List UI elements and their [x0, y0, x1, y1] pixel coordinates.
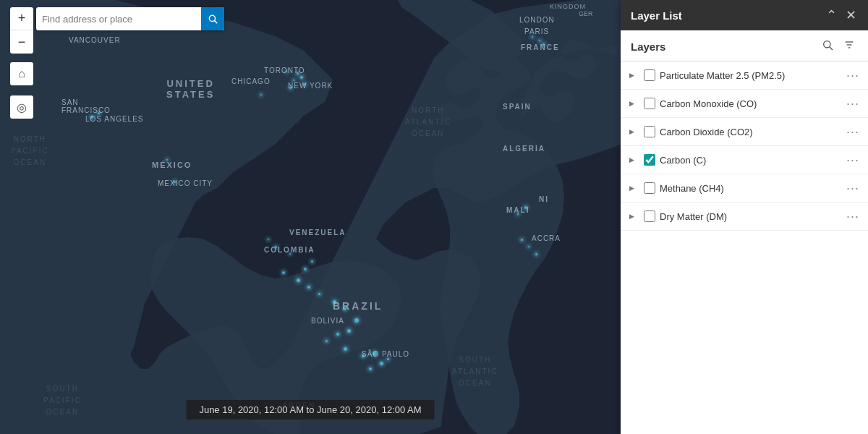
data-dot: [268, 239, 269, 240]
data-dot: [524, 206, 527, 209]
data-dot: [318, 293, 320, 295]
search-bar: [36, 7, 224, 30]
data-dot: [289, 87, 292, 89]
panel-header: Layer List ⌃ ✕: [621, 0, 868, 30]
data-dot: [542, 43, 545, 46]
map-controls: + −: [10, 7, 33, 54]
data-dot: [275, 246, 277, 248]
layer-name: Carbon (C): [660, 155, 842, 166]
layer-more-button[interactable]: ···: [846, 182, 859, 195]
filter-layers-button[interactable]: [841, 38, 858, 55]
search-input[interactable]: [36, 14, 201, 25]
layer-expand-button[interactable]: ▶: [629, 213, 639, 220]
svg-line-6: [830, 47, 833, 50]
layer-more-button[interactable]: ···: [846, 97, 859, 110]
data-dot: [380, 362, 383, 365]
data-dot: [289, 253, 291, 255]
layer-item: ▶Carbon (C)···: [621, 146, 868, 174]
data-dot: [521, 239, 523, 241]
layer-checkbox[interactable]: [644, 69, 655, 81]
layer-item: ▶Dry Matter (DM)···: [621, 203, 868, 231]
layer-checkbox[interactable]: [644, 154, 655, 166]
map-area[interactable]: KINGDOM GER + − ⌂ ◎ UNITEDSTATES MÉXICO …: [0, 0, 621, 434]
data-dot: [354, 318, 359, 323]
layer-checkbox[interactable]: [644, 210, 655, 222]
data-dot: [517, 213, 519, 215]
data-dot: [532, 36, 533, 38]
home-button[interactable]: ⌂: [10, 62, 33, 85]
layer-checkbox[interactable]: [644, 182, 655, 194]
layer-panel: Layer List ⌃ ✕ Layers: [621, 0, 868, 434]
layer-more-button[interactable]: ···: [846, 153, 859, 166]
data-dot: [297, 278, 300, 282]
data-dot: [174, 181, 176, 183]
layer-name: Carbon Dioxide (CO2): [660, 127, 842, 137]
data-dot: [282, 271, 285, 274]
data-dot: [293, 80, 294, 81]
layer-name: Carbon Monoxide (CO): [660, 98, 842, 109]
layer-name: Methane (CH4): [660, 183, 842, 194]
layer-item: ▶Methane (CH4)···: [621, 174, 868, 203]
layer-list: ▶Particulate Matter 2.5 (PM2.5)···▶Carbo…: [621, 61, 868, 434]
data-dot: [369, 367, 372, 370]
filter-layers-icon: [843, 39, 855, 51]
search-button[interactable]: [201, 7, 224, 30]
layers-subheader-icons: [819, 38, 858, 55]
data-dot: [333, 300, 336, 304]
data-dot: [297, 72, 299, 75]
data-dot: [90, 116, 93, 119]
layer-checkbox[interactable]: [644, 98, 655, 109]
timestamp-text: June 19, 2020, 12:00 AM to June 20, 2020…: [199, 404, 421, 415]
data-dot: [535, 253, 537, 255]
close-panel-button[interactable]: ✕: [844, 7, 858, 23]
data-dot: [336, 333, 339, 336]
data-dot: [260, 94, 262, 95]
data-dot: [347, 329, 351, 333]
layer-checkbox[interactable]: [644, 126, 655, 137]
layer-name: Dry Matter (DM): [660, 211, 842, 222]
data-dot: [304, 83, 306, 85]
search-layers-button[interactable]: [819, 38, 836, 55]
data-dot: [528, 246, 529, 247]
panel-title: Layer List: [631, 9, 682, 22]
data-dot: [300, 76, 303, 79]
data-dot: [387, 358, 389, 360]
data-dot: [307, 286, 310, 289]
collapse-panel-button[interactable]: ⌃: [825, 7, 838, 23]
zoom-in-button[interactable]: +: [10, 7, 33, 30]
svg-text:KINGDOM: KINGDOM: [550, 3, 586, 10]
data-dot: [98, 112, 100, 114]
svg-line-4: [215, 21, 217, 23]
layers-subheader: Layers: [621, 30, 868, 61]
layer-name: Particulate Matter 2.5 (PM2.5): [660, 70, 842, 81]
search-icon: [208, 14, 218, 24]
data-dot: [326, 340, 328, 342]
layer-expand-button[interactable]: ▶: [629, 184, 639, 192]
svg-text:GER: GER: [579, 10, 593, 17]
layers-label: Layers: [631, 41, 665, 53]
timestamp-bar: June 19, 2020, 12:00 AM to June 20, 2020…: [186, 400, 434, 420]
data-dot: [311, 260, 313, 263]
data-dot: [362, 354, 365, 357]
layer-expand-button[interactable]: ▶: [629, 156, 639, 163]
layer-item: ▶Particulate Matter 2.5 (PM2.5)···: [621, 61, 868, 90]
layer-expand-button[interactable]: ▶: [629, 100, 639, 107]
data-dot: [344, 347, 347, 351]
locate-button[interactable]: ◎: [10, 95, 33, 119]
data-dot: [304, 268, 307, 271]
data-dot: [286, 71, 287, 72]
zoom-out-button[interactable]: −: [10, 30, 33, 54]
data-dot: [166, 159, 168, 161]
layer-item: ▶Carbon Monoxide (CO)···: [621, 90, 868, 118]
layer-more-button[interactable]: ···: [846, 125, 859, 138]
data-dot: [344, 307, 346, 310]
layer-more-button[interactable]: ···: [846, 210, 859, 223]
search-layers-icon: [822, 39, 833, 51]
layer-expand-button[interactable]: ▶: [629, 128, 639, 135]
map-svg: KINGDOM GER: [0, 0, 621, 434]
layer-expand-button[interactable]: ▶: [629, 72, 639, 79]
data-dot: [539, 40, 540, 41]
layer-more-button[interactable]: ···: [846, 69, 859, 82]
layer-item: ▶Carbon Dioxide (CO2)···: [621, 118, 868, 146]
panel-header-icons: ⌃ ✕: [825, 7, 858, 23]
